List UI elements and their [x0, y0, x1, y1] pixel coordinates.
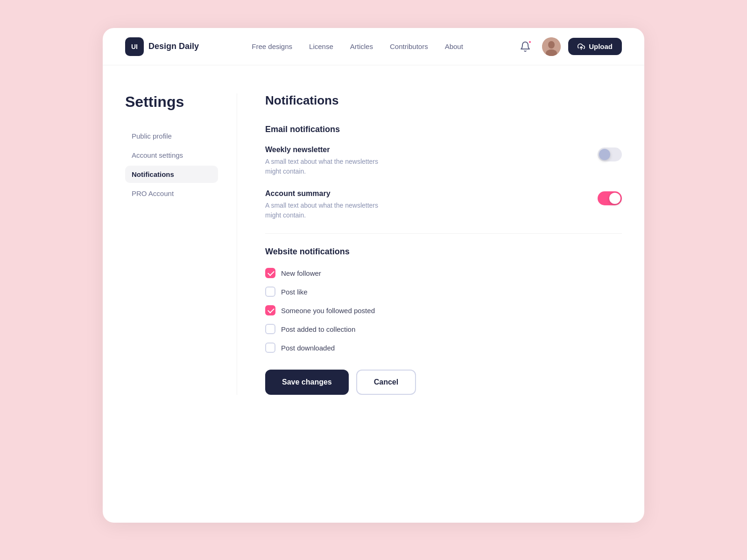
post-downloaded-label: Post downloaded: [281, 344, 335, 352]
sidebar-item-account-settings[interactable]: Account settings: [125, 147, 218, 164]
account-summary-desc: A small text about what the newsletters …: [265, 201, 378, 220]
navbar: UI Design Daily Free designs License Art…: [103, 28, 644, 65]
nav-right: Upload: [516, 37, 622, 56]
checkbox-row-post-downloaded: Post downloaded: [265, 343, 622, 353]
cancel-button[interactable]: Cancel: [356, 370, 416, 395]
someone-followed-label: Someone you followed posted: [281, 307, 375, 315]
nav-about[interactable]: About: [445, 42, 463, 50]
checkbox-new-follower[interactable]: [265, 268, 275, 278]
sidebar: Settings Public profile Account settings…: [125, 93, 237, 395]
avatar[interactable]: [542, 37, 561, 56]
svg-point-1: [548, 41, 555, 49]
sidebar-item-public-profile[interactable]: Public profile: [125, 127, 218, 145]
nav-links: Free designs License Articles Contributo…: [252, 42, 463, 50]
nav-contributors[interactable]: Contributors: [390, 42, 428, 50]
sidebar-item-notifications[interactable]: Notifications: [125, 166, 218, 183]
weekly-newsletter-toggle[interactable]: [598, 147, 622, 161]
email-row-account-summary: Account summary A small text about what …: [265, 189, 622, 220]
page-title: Notifications: [265, 93, 622, 108]
nav-license[interactable]: License: [309, 42, 333, 50]
toggle-knob: [599, 149, 610, 160]
account-summary-label: Account summary: [265, 189, 378, 198]
notification-bell[interactable]: [516, 37, 535, 56]
post-added-label: Post added to collection: [281, 325, 355, 333]
checkbox-row-post-like: Post like: [265, 287, 622, 297]
button-row: Save changes Cancel: [265, 370, 622, 395]
nav-articles[interactable]: Articles: [350, 42, 373, 50]
logo-text: Design Daily: [148, 42, 199, 51]
checkbox-someone-followed[interactable]: [265, 305, 275, 315]
checkbox-post-like[interactable]: [265, 287, 275, 297]
checkbox-row-post-added: Post added to collection: [265, 324, 622, 334]
upload-button[interactable]: Upload: [568, 38, 622, 55]
weekly-newsletter-desc: A small text about what the newsletters …: [265, 157, 378, 176]
checkbox-row-someone-followed: Someone you followed posted: [265, 305, 622, 315]
email-row-weekly-text: Weekly newsletter A small text about wha…: [265, 146, 378, 176]
nav-free-designs[interactable]: Free designs: [252, 42, 292, 50]
content-area: Notifications Email notifications Weekly…: [237, 93, 622, 395]
toggle-knob-2: [609, 193, 620, 204]
sidebar-nav: Public profile Account settings Notifica…: [125, 127, 218, 202]
weekly-newsletter-label: Weekly newsletter: [265, 146, 378, 154]
website-section-title: Website notifications: [265, 247, 622, 257]
checkbox-row-new-follower: New follower: [265, 268, 622, 278]
account-summary-toggle[interactable]: [598, 191, 622, 205]
notification-dot: [528, 40, 532, 44]
logo-area: UI Design Daily: [125, 37, 199, 56]
upload-icon: [578, 43, 585, 50]
post-like-label: Post like: [281, 288, 308, 296]
sidebar-title: Settings: [125, 93, 218, 111]
logo-icon: UI: [125, 37, 144, 56]
checkbox-post-added[interactable]: [265, 324, 275, 334]
main-card: UI Design Daily Free designs License Art…: [103, 28, 644, 523]
website-notif-list: New follower Post like Someone you follo…: [265, 268, 622, 353]
divider: [265, 233, 622, 234]
email-row-account-summary-text: Account summary A small text about what …: [265, 189, 378, 220]
email-section-title: Email notifications: [265, 125, 622, 134]
body-layout: Settings Public profile Account settings…: [103, 65, 644, 423]
checkbox-post-downloaded[interactable]: [265, 343, 275, 353]
save-changes-button[interactable]: Save changes: [265, 370, 349, 395]
new-follower-label: New follower: [281, 269, 321, 277]
sidebar-item-pro-account[interactable]: PRO Account: [125, 185, 218, 202]
email-row-weekly: Weekly newsletter A small text about wha…: [265, 146, 622, 176]
